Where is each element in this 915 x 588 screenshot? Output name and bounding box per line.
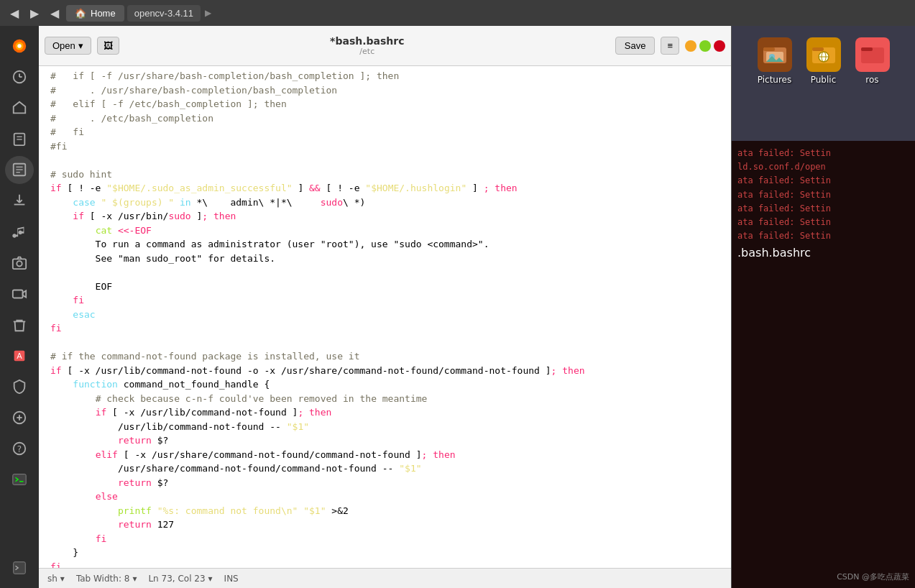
terminal-line-2: ld.so.conf.d/open: [737, 160, 909, 174]
terminal-line-7: ata failed: Settin: [737, 229, 909, 243]
svg-rect-37: [861, 47, 873, 51]
sidebar-item-texteditor[interactable]: [5, 156, 34, 184]
svg-rect-25: [14, 562, 26, 574]
chevron-icon: ▶: [203, 8, 213, 18]
add-icon: [12, 410, 27, 426]
camera-icon: [12, 254, 27, 270]
ros-label: ros: [865, 75, 878, 85]
editor-filename: *bash.bashrc: [125, 35, 610, 47]
main-area: Open ▾ 🖼 *bash.bashrc /etc Save ≡ # if […: [39, 26, 915, 588]
home-button[interactable]: 🏠 Home: [66, 5, 124, 22]
terminal-icon: [12, 472, 27, 487]
music-icon: [12, 224, 27, 239]
svg-point-14: [17, 262, 22, 267]
right-panel: Pictures Public: [732, 26, 915, 588]
open-dropdown-icon: ▾: [78, 40, 83, 51]
sidebar-item-music[interactable]: [5, 218, 34, 246]
open-button[interactable]: Open ▾: [45, 37, 91, 55]
help-icon: ?: [12, 441, 27, 456]
lang-dropdown-icon: ▾: [60, 574, 65, 584]
home-label: Home: [91, 8, 116, 19]
clock-icon: [12, 69, 27, 85]
shield-icon: [12, 379, 27, 395]
code-area[interactable]: # if [ -f /usr/share/bash-completion/bas…: [39, 66, 731, 568]
close-button[interactable]: [714, 40, 725, 52]
code-content: # if [ -f /usr/share/bash-completion/bas…: [39, 69, 731, 568]
terminal-line-5: ata failed: Settin: [737, 202, 909, 216]
status-bar: sh ▾ Tab Width: 8 ▾ Ln 73, Col 23 ▾ INS: [39, 568, 731, 588]
minimize-button[interactable]: [685, 40, 696, 52]
sidebar-item-upload[interactable]: A: [5, 341, 34, 369]
svg-text:A: A: [17, 351, 22, 360]
sidebar-item-home[interactable]: [5, 93, 34, 121]
sidebar-item-camera[interactable]: [5, 249, 34, 277]
ros-folder-icon: [855, 37, 890, 72]
open-label: Open: [52, 40, 75, 51]
sidebar-item-firefox[interactable]: [5, 32, 34, 60]
sidebar-item-files[interactable]: [5, 124, 34, 152]
position-label: Ln 73, Col 23: [148, 574, 205, 584]
editor-path: /etc: [125, 47, 610, 56]
sidebar-item-video[interactable]: [5, 280, 34, 308]
csdn-watermark: CSDN @多吃点蔬菜: [837, 571, 909, 582]
editor-title-area: *bash.bashrc /etc: [125, 35, 610, 56]
language-label: sh: [47, 574, 58, 584]
texteditor-icon: [12, 162, 27, 178]
files-icon: [12, 131, 27, 147]
language-selector[interactable]: sh ▾: [47, 574, 65, 584]
svg-rect-15: [13, 290, 23, 298]
sidebar-item-add[interactable]: [5, 404, 34, 432]
desktop-area: Pictures Public: [732, 26, 915, 141]
terminal-filename: .bash.bashrc: [737, 246, 909, 259]
desktop-icon-public[interactable]: Public: [806, 37, 841, 85]
svg-text:?: ?: [17, 444, 22, 454]
terminal-line-1: ata failed: Settin: [737, 147, 909, 160]
maximize-button[interactable]: [699, 40, 711, 52]
svg-rect-32: [812, 47, 824, 51]
pictures-label: Pictures: [758, 75, 792, 85]
sidebar-item-clock[interactable]: [5, 63, 34, 91]
image-insert-button[interactable]: 🖼: [97, 37, 119, 55]
svg-rect-23: [13, 474, 26, 485]
settings-icon: [12, 560, 27, 576]
menu-button[interactable]: ≡: [661, 37, 679, 55]
svg-rect-27: [763, 47, 775, 51]
upload-icon: A: [12, 348, 27, 364]
sidebar-item-settings[interactable]: [5, 554, 34, 582]
editor-panel: Open ▾ 🖼 *bash.bashrc /etc Save ≡ # if […: [39, 26, 732, 588]
forward-button[interactable]: ▶: [26, 5, 43, 22]
public-folder-icon: [806, 37, 841, 72]
sidebar-item-trash[interactable]: [5, 311, 34, 339]
path-button[interactable]: opencv-3.4.11: [127, 5, 201, 22]
public-label: Public: [811, 75, 837, 85]
sidebar-item-terminal[interactable]: [5, 466, 34, 494]
tab-width-selector[interactable]: Tab Width: 8 ▾: [76, 574, 137, 584]
position-indicator: Ln 73, Col 23 ▾: [148, 574, 212, 584]
tab-dropdown-icon: ▾: [132, 574, 137, 584]
back-button[interactable]: ◀: [6, 5, 23, 22]
topbar: ◀ ▶ ◀ 🏠 Home opencv-3.4.11 ▶: [0, 0, 915, 26]
home-icon: 🏠: [75, 8, 86, 19]
desktop-icon-ros[interactable]: ros: [855, 37, 890, 85]
up-button[interactable]: ◀: [46, 5, 63, 22]
sidebar-item-download[interactable]: [5, 187, 34, 215]
ins-indicator: INS: [224, 574, 239, 584]
trash-icon: [12, 317, 27, 333]
home-sidebar-icon: [12, 100, 27, 116]
desktop-icon-pictures[interactable]: Pictures: [758, 37, 792, 85]
terminal-line-3: ata failed: Settin: [737, 174, 909, 188]
firefox-icon: [12, 38, 27, 54]
terminal-line-6: ata failed: Settin: [737, 216, 909, 229]
terminal-area[interactable]: ata failed: Settin ld.so.conf.d/open ata…: [732, 141, 915, 588]
sidebar-item-shield[interactable]: [5, 372, 34, 400]
pictures-folder-icon: [758, 37, 792, 72]
editor-header: Open ▾ 🖼 *bash.bashrc /etc Save ≡: [39, 26, 731, 66]
sidebar: A ?: [0, 26, 39, 588]
pos-dropdown-icon: ▾: [208, 574, 213, 584]
tab-width-label: Tab Width: 8: [76, 574, 129, 584]
sidebar-item-help[interactable]: ?: [5, 435, 34, 463]
ins-label: INS: [224, 574, 239, 584]
window-controls: [685, 40, 725, 52]
terminal-line-4: ata failed: Settin: [737, 188, 909, 202]
save-button[interactable]: Save: [615, 37, 656, 55]
